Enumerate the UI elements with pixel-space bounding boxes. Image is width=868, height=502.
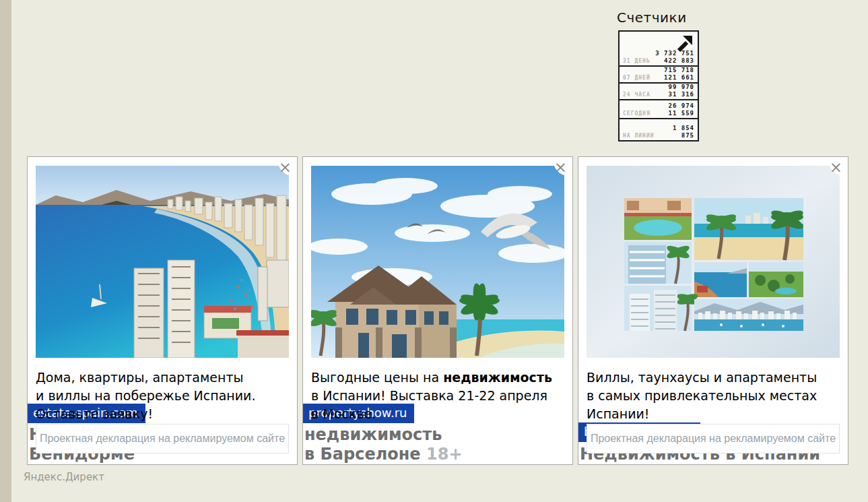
ad-card-estate-spain: estate-spain.com Недвижимость вБенидорме… xyxy=(27,156,298,465)
ad-card-propertyshow: propertyshow.ru недвижимостьв Барселоне … xyxy=(302,156,573,465)
page-left-margin-strip xyxy=(0,0,11,502)
counter-values: 1 854 875 xyxy=(673,125,694,139)
villa-island-seagulls-photo xyxy=(311,166,564,358)
counter-values: 3 732 751 422 883 xyxy=(655,50,694,65)
close-icon[interactable]: × xyxy=(279,160,292,175)
ad-card-bravosestate: bravosestate.com Недвижимость в Испании … xyxy=(578,156,848,465)
counter-row-week: 715 718 121 661 07 ДНЕЙ xyxy=(620,65,698,82)
counter-label: 07 ДНЕЙ xyxy=(623,75,650,81)
counter-values: 99 970 31 316 xyxy=(668,84,694,98)
ad-body-text: Виллы, таунхаусы и апартаменты в самых п… xyxy=(587,369,840,423)
visit-counter-widget[interactable]: 3 732 751 422 883 31 ДЕНЬ 715 718 121 66… xyxy=(618,30,699,142)
project-declaration-link[interactable]: Проектная декларация на рекламируемом са… xyxy=(587,424,840,453)
counter-values: 715 718 121 661 xyxy=(664,67,694,82)
ad-body-text: Дома, квартиры, апартаменты и виллы на п… xyxy=(36,369,289,423)
benidorm-beach-aerial-photo xyxy=(36,166,289,358)
counter-label: НА ЛИНИИ xyxy=(623,133,655,139)
ad-image-link[interactable] xyxy=(311,166,564,358)
close-icon[interactable]: × xyxy=(830,160,842,175)
close-icon[interactable]: × xyxy=(554,160,567,175)
ad-image-link[interactable] xyxy=(36,166,289,358)
counter-row-month: 3 732 751 422 883 31 ДЕНЬ xyxy=(620,32,698,65)
yandex-direct-link[interactable]: Яндекс.Директ xyxy=(24,471,104,483)
counters-heading: Счетчики xyxy=(617,9,687,26)
counter-label: 31 ДЕНЬ xyxy=(623,58,650,64)
spain-property-collage-photo xyxy=(587,166,840,358)
counter-values: 26 974 11 559 xyxy=(668,102,694,117)
ad-title-link[interactable]: недвижимостьв Барселоне 18+ xyxy=(303,425,468,464)
ad-body-text: Выгодные цены на недвижимость в Испании!… xyxy=(311,369,564,423)
counter-label: 24 ЧАСА xyxy=(623,92,650,98)
counter-row-today: 26 974 11 559 СЕГОДНЯ xyxy=(620,99,698,118)
project-declaration-link[interactable]: Проектная декларация на рекламируемом са… xyxy=(36,424,289,453)
counter-row-24h: 99 970 31 316 24 ЧАСА xyxy=(620,82,698,99)
counter-label: СЕГОДНЯ xyxy=(623,111,650,117)
ads-row: estate-spain.com Недвижимость вБенидорме… xyxy=(27,156,848,465)
ad-image-link[interactable] xyxy=(587,166,840,358)
counter-row-online: 1 854 875 НА ЛИНИИ xyxy=(620,118,698,140)
